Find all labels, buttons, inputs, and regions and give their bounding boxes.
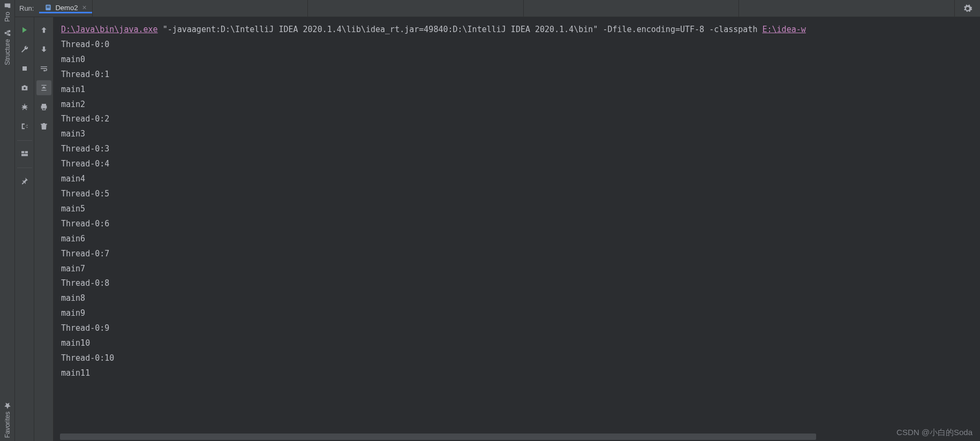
console-line: Thread-0:2 bbox=[61, 112, 973, 127]
camera-icon bbox=[20, 83, 29, 92]
snapshot-button[interactable] bbox=[17, 80, 32, 95]
run-tab-demo2[interactable]: Demo2 × bbox=[39, 4, 92, 13]
toolbar-separator bbox=[17, 140, 32, 141]
scroll-end-button[interactable] bbox=[36, 80, 51, 95]
svg-rect-10 bbox=[25, 151, 27, 153]
console-line: Thread-0:6 bbox=[61, 217, 973, 232]
svg-rect-11 bbox=[21, 154, 28, 156]
soft-wrap-button[interactable] bbox=[36, 61, 51, 76]
svg-rect-2 bbox=[4, 32, 6, 34]
svg-point-7 bbox=[24, 87, 26, 89]
play-icon bbox=[20, 26, 29, 34]
wrap-icon bbox=[40, 64, 48, 73]
svg-rect-5 bbox=[47, 7, 50, 7]
run-label: Run: bbox=[15, 4, 39, 12]
console-line: main3 bbox=[61, 127, 973, 142]
console-line: main6 bbox=[61, 232, 973, 247]
tool-window-strip: Pro Structure Favorites bbox=[0, 0, 15, 441]
console-line: Thread-0:7 bbox=[61, 247, 973, 262]
structure-label: Structure bbox=[4, 39, 11, 65]
console-line: Thread-0:0 bbox=[61, 37, 973, 52]
header-seg bbox=[738, 0, 954, 17]
print-button[interactable] bbox=[36, 100, 51, 115]
console-line: main8 bbox=[61, 291, 973, 306]
layout-icon bbox=[20, 149, 29, 158]
svg-rect-4 bbox=[47, 6, 50, 6]
console-line: Thread-0:8 bbox=[61, 276, 973, 291]
console-line: main5 bbox=[61, 202, 973, 217]
console-line: Thread-0:1 bbox=[61, 67, 973, 82]
console-line: main4 bbox=[61, 172, 973, 187]
pin-button[interactable] bbox=[17, 173, 32, 188]
svg-point-8 bbox=[22, 105, 26, 109]
svg-rect-9 bbox=[21, 151, 24, 153]
gear-icon[interactable] bbox=[963, 4, 973, 13]
bug-icon bbox=[20, 103, 29, 111]
console-command-line: D:\Java\bin\java.exe "-javaagent:D:\Inte… bbox=[61, 22, 973, 37]
tool-window-project[interactable]: Pro bbox=[4, 2, 11, 22]
console-line: Thread-0:3 bbox=[61, 142, 973, 157]
wrench-button[interactable] bbox=[17, 42, 32, 57]
tool-window-structure[interactable]: Structure bbox=[4, 29, 11, 65]
console-line: Thread-0:10 bbox=[61, 351, 973, 366]
trash-button[interactable] bbox=[36, 119, 51, 134]
stop-button[interactable] bbox=[17, 61, 32, 76]
up-button[interactable] bbox=[36, 22, 51, 37]
run-header: Run: Demo2 × bbox=[15, 0, 980, 17]
pin-icon bbox=[20, 177, 29, 185]
java-exe-link[interactable]: D:\Java\bin\java.exe bbox=[61, 25, 158, 34]
console-output[interactable]: D:\Java\bin\java.exe "-javaagent:D:\Inte… bbox=[54, 17, 980, 441]
svg-rect-6 bbox=[22, 66, 27, 71]
classpath-link[interactable]: E:\idea-w bbox=[762, 25, 805, 34]
favorites-label: Favorites bbox=[4, 412, 11, 438]
tool-window-favorites[interactable]: Favorites bbox=[4, 402, 11, 438]
toolbar-separator bbox=[17, 168, 32, 168]
wrench-icon bbox=[20, 45, 29, 54]
project-label: Pro bbox=[4, 12, 11, 22]
trash-icon bbox=[40, 122, 48, 131]
cmd-text: "-javaagent:D:\IntelliJ IDEA 2020.1.4\li… bbox=[158, 25, 763, 34]
header-seg bbox=[92, 0, 308, 17]
folder-icon bbox=[4, 2, 11, 10]
run-toolbar-secondary bbox=[34, 17, 54, 441]
exit-button[interactable] bbox=[17, 119, 32, 134]
console-line: main0 bbox=[61, 52, 973, 67]
console-line: main9 bbox=[61, 306, 973, 321]
arrow-down-icon bbox=[40, 45, 48, 54]
structure-icon bbox=[4, 29, 11, 37]
header-seg bbox=[523, 0, 739, 17]
run-tab-label: Demo2 bbox=[55, 4, 78, 12]
console-line: Thread-0:9 bbox=[61, 321, 973, 336]
down-button[interactable] bbox=[36, 42, 51, 57]
header-segments bbox=[92, 0, 954, 17]
svg-rect-12 bbox=[43, 109, 45, 110]
console-line: Thread-0:5 bbox=[61, 187, 973, 202]
stop-icon bbox=[20, 64, 29, 73]
close-icon[interactable]: × bbox=[82, 4, 86, 11]
scroll-end-icon bbox=[40, 83, 48, 92]
exit-icon bbox=[20, 122, 29, 131]
debug-bug-button[interactable] bbox=[17, 100, 32, 115]
console-line: main7 bbox=[61, 262, 973, 277]
console-line: main10 bbox=[61, 336, 973, 351]
console-line: main11 bbox=[61, 366, 973, 381]
print-icon bbox=[40, 103, 48, 111]
console-line: main2 bbox=[61, 97, 973, 112]
horizontal-scrollbar[interactable] bbox=[60, 434, 816, 440]
star-icon bbox=[4, 402, 11, 409]
console-line: Thread-0:4 bbox=[61, 157, 973, 172]
class-file-icon bbox=[44, 4, 52, 11]
console-line: main1 bbox=[61, 82, 973, 97]
layout-button[interactable] bbox=[17, 146, 32, 161]
header-seg bbox=[307, 0, 523, 17]
arrow-up-icon bbox=[40, 26, 48, 34]
rerun-button[interactable] bbox=[17, 22, 32, 37]
run-toolbar-primary bbox=[15, 17, 34, 441]
